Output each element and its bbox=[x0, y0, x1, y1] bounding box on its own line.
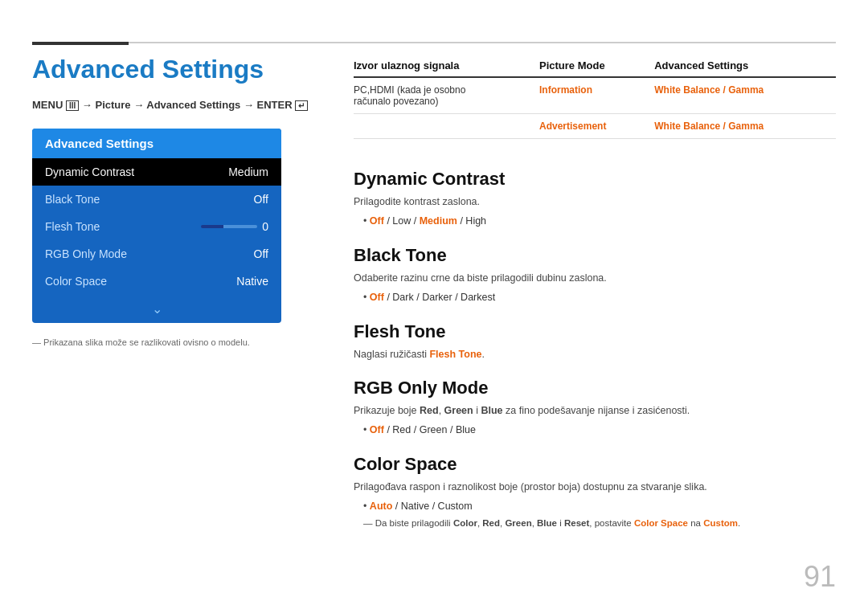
table-cell-settings-2: White Balance / Gamma bbox=[654, 114, 836, 139]
section-desc-black-tone: Odaberite razinu crne da biste prilagodi… bbox=[354, 271, 836, 286]
section-desc-color-space: Prilagođava raspon i raznolikost boje (p… bbox=[354, 480, 836, 495]
section-desc-dynamic-contrast: Prilagodite kontrast zaslona. bbox=[354, 194, 836, 210]
opt-off-dc: Off bbox=[370, 215, 384, 227]
section-title-color-space: Color Space bbox=[354, 454, 836, 475]
section-subnote-color-space: Da biste prilagodili Color, Red, Green, … bbox=[363, 517, 836, 530]
menu-item-label-dynamic-contrast: Dynamic Contrast bbox=[45, 166, 134, 178]
chevron-down[interactable]: ⌄ bbox=[32, 295, 281, 323]
opt-off-bt: Off bbox=[370, 292, 384, 303]
table-cell-source-2 bbox=[354, 114, 539, 139]
menu-item-dynamic-contrast[interactable]: Dynamic Contrast Medium bbox=[32, 158, 281, 186]
section-options-color-space: Auto / Native / Custom bbox=[363, 498, 836, 514]
breadcrumb: MENU III → Picture → Advanced Settings →… bbox=[32, 99, 330, 111]
section-flesh-tone: Flesh Tone Naglasi ružičasti Flesh Tone. bbox=[354, 321, 836, 362]
page-number: 91 bbox=[804, 560, 836, 594]
menu-item-rgb-only-mode[interactable]: RGB Only Mode Off bbox=[32, 240, 281, 268]
menu-panel: Advanced Settings Dynamic Contrast Mediu… bbox=[32, 129, 281, 323]
section-title-black-tone: Black Tone bbox=[354, 245, 836, 266]
menu-item-value-dynamic-contrast: Medium bbox=[228, 166, 268, 178]
tone-bar bbox=[201, 225, 257, 228]
section-options-dynamic-contrast: Off / Low / Medium / High bbox=[363, 213, 836, 229]
table-row-2: Advertisement White Balance / Gamma bbox=[354, 114, 836, 139]
chevron-down-icon: ⌄ bbox=[152, 301, 162, 317]
menu-item-label-color-space: Color Space bbox=[45, 275, 107, 288]
menu-item-value-black-tone: Off bbox=[254, 193, 268, 206]
section-desc-rgb: Prikazuje boje Red, Green i Blue za fino… bbox=[354, 403, 836, 419]
menu-item-color-space[interactable]: Color Space Native bbox=[32, 268, 281, 295]
table-header-settings: Advanced Settings bbox=[654, 55, 836, 77]
section-options-black-tone: Off / Dark / Darker / Darkest bbox=[363, 289, 836, 305]
menu-panel-header: Advanced Settings bbox=[32, 129, 281, 158]
menu-item-label-rgb: RGB Only Mode bbox=[45, 247, 127, 260]
content-sections: Dynamic Contrast Prilagodite kontrast za… bbox=[354, 169, 836, 581]
menu-item-value-rgb: Off bbox=[254, 247, 268, 260]
table-cell-mode-2: Advertisement bbox=[539, 114, 654, 139]
section-options-rgb: Off / Red / Green / Blue bbox=[363, 422, 836, 438]
top-separator bbox=[32, 42, 836, 43]
menu-item-flesh-tone[interactable]: Flesh Tone 0 bbox=[32, 213, 281, 240]
page-title: Advanced Settings bbox=[32, 55, 330, 84]
section-desc-flesh-tone: Naglasi ružičasti Flesh Tone. bbox=[354, 347, 836, 362]
top-accent bbox=[32, 42, 129, 45]
breadcrumb-text: MENU III → Picture → Advanced Settings →… bbox=[32, 99, 308, 111]
flesh-tone-value: 0 bbox=[262, 220, 268, 233]
footnote: ― Prikazana slika može se razlikovati ov… bbox=[32, 337, 330, 347]
info-table: Izvor ulaznog signala Picture Mode Advan… bbox=[354, 55, 836, 139]
table-row-1: PC,HDMI (kada je osobnoračunalo povezano… bbox=[354, 77, 836, 114]
section-rgb-only-mode: RGB Only Mode Prikazuje boje Red, Green … bbox=[354, 378, 836, 438]
section-dynamic-contrast: Dynamic Contrast Prilagodite kontrast za… bbox=[354, 169, 836, 229]
menu-item-label-black-tone: Black Tone bbox=[45, 193, 100, 206]
flesh-tone-bar: 0 bbox=[201, 220, 268, 233]
section-black-tone: Black Tone Odaberite razinu crne da bist… bbox=[354, 245, 836, 305]
section-color-space: Color Space Prilagođava raspon i raznoli… bbox=[354, 454, 836, 530]
section-title-flesh-tone: Flesh Tone bbox=[354, 321, 836, 342]
table-cell-source-1: PC,HDMI (kada je osobnoračunalo povezano… bbox=[354, 77, 539, 114]
section-title-dynamic-contrast: Dynamic Contrast bbox=[354, 169, 836, 190]
menu-item-black-tone[interactable]: Black Tone Off bbox=[32, 186, 281, 213]
menu-item-label-flesh-tone: Flesh Tone bbox=[45, 220, 100, 233]
right-column-table: Izvor ulaznog signala Picture Mode Advan… bbox=[354, 55, 836, 158]
table-cell-mode-1: Information bbox=[539, 77, 654, 114]
table-cell-settings-1: White Balance / Gamma bbox=[654, 77, 836, 114]
table-header-source: Izvor ulaznog signala bbox=[354, 55, 539, 77]
menu-item-value-color-space: Native bbox=[236, 275, 268, 288]
section-title-rgb: RGB Only Mode bbox=[354, 378, 836, 398]
table-header-mode: Picture Mode bbox=[539, 55, 654, 77]
left-column: Advanced Settings MENU III → Picture → A… bbox=[32, 55, 330, 347]
